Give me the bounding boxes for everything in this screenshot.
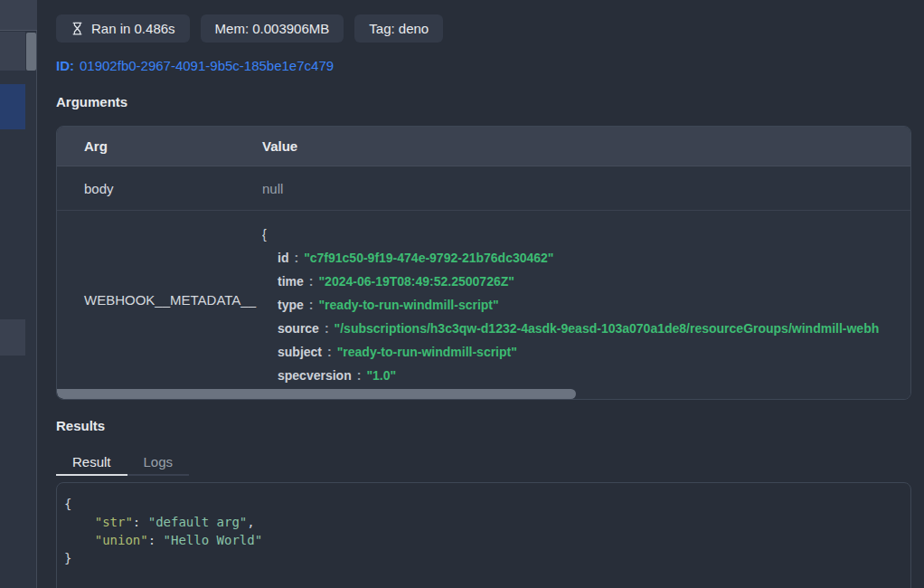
json-open-brace: {: [64, 497, 71, 511]
table-horizontal-scrollbar[interactable]: [57, 389, 910, 399]
job-id-line: ID:01902fb0-2967-4091-9b5c-185be1e7c479: [56, 58, 911, 74]
table-row-body: body null: [57, 166, 910, 211]
result-json-code: { "str": "default arg", "union": "Hello …: [64, 495, 903, 567]
results-heading: Results: [56, 418, 911, 434]
json-entry: source:"/subscriptions/h3c3qw-d1232-4asd…: [262, 317, 910, 340]
sidebar-item-active[interactable]: [0, 84, 25, 129]
json-close-brace: }: [64, 551, 71, 565]
sidebar-item[interactable]: [0, 32, 25, 71]
job-run-panel: Ran in 0.486s Mem: 0.003906MB Tag: deno …: [38, 0, 924, 588]
memory-badge: Mem: 0.003906MB: [201, 14, 344, 43]
column-header-arg: Arg: [57, 138, 262, 154]
table-scrollbar-thumb[interactable]: [57, 389, 576, 399]
sidebar-item-top[interactable]: [0, 0, 37, 31]
json-open-brace: {: [262, 223, 910, 246]
result-json-box: { "str": "default arg", "union": "Hello …: [56, 482, 911, 588]
json-entry: time:"2024-06-19T08:49:52.2500726Z": [262, 270, 910, 293]
run-stats-row: Ran in 0.486s Mem: 0.003906MB Tag: deno: [56, 14, 911, 43]
sidebar-rail: [0, 0, 37, 588]
json-entry: subject:"ready-to-run-windmill-script": [262, 340, 910, 364]
sidebar-scrollbar-thumb[interactable]: [26, 33, 36, 71]
runtime-badge-label: Ran in 0.486s: [91, 21, 175, 36]
json-entry: type:"ready-to-run-windmill-script": [262, 293, 910, 317]
tag-badge-label: Tag: deno: [369, 21, 429, 36]
tab-logs[interactable]: Logs: [127, 450, 190, 476]
column-header-value: Value: [262, 138, 910, 154]
results-tabs: Result Logs: [56, 450, 911, 476]
arg-value-null: null: [262, 181, 910, 196]
arguments-table-header: Arg Value: [57, 127, 910, 166]
tab-result[interactable]: Result: [56, 450, 127, 476]
job-id-link[interactable]: 01902fb0-2967-4091-9b5c-185be1e7c479: [80, 58, 334, 73]
sidebar-item[interactable]: [0, 319, 25, 356]
job-id-label: ID:: [56, 58, 74, 73]
memory-badge-label: Mem: 0.003906MB: [215, 21, 330, 36]
hourglass-icon: [71, 22, 84, 35]
arguments-table: Arg Value body null WEBHOOK__METADATA__ …: [56, 126, 911, 400]
arg-name: body: [57, 181, 262, 196]
json-entry: "union": "Hello World": [64, 531, 903, 549]
webhook-json-value: { id:"c7f91c50-9f19-474e-9792-21b76dc304…: [262, 211, 910, 389]
runtime-badge: Ran in 0.486s: [56, 14, 190, 43]
table-row-webhook-metadata: WEBHOOK__METADATA__ { id:"c7f91c50-9f19-…: [57, 211, 910, 389]
tag-badge: Tag: deno: [354, 14, 443, 43]
json-entry: specversion:"1.0": [262, 364, 910, 387]
arg-name: WEBHOOK__METADATA__: [57, 211, 262, 389]
json-entry: id:"c7f91c50-9f19-474e-9792-21b76dc30462…: [262, 246, 910, 270]
arguments-heading: Arguments: [56, 94, 911, 110]
json-entry: "str": "default arg",: [64, 513, 903, 531]
